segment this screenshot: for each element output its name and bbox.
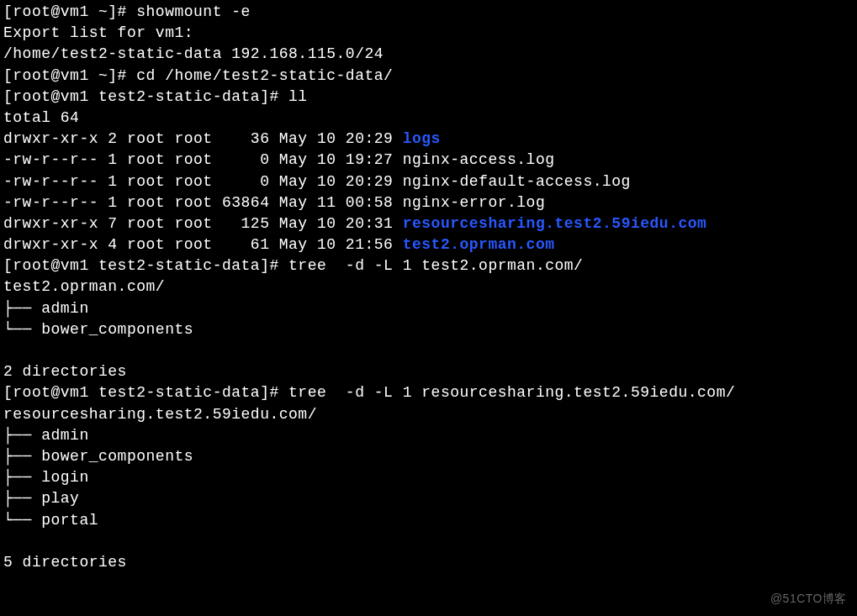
tree-branch: └── portal <box>3 510 854 531</box>
dir-name-resourcesharing: resourcesharing.test2.59iedu.com <box>403 215 707 232</box>
tree-branch: ├── login <box>3 467 854 488</box>
prompt: [root@vm1 ~]# <box>3 3 136 20</box>
cmd: cd /home/test2-static-data/ <box>136 67 393 84</box>
prompt: [root@vm1 ~]# <box>3 67 136 84</box>
dir-name-test2-oprman: test2.oprman.com <box>403 236 555 253</box>
line-ll: [root@vm1 test2-static-data]# ll <box>3 87 854 108</box>
cmd: ll <box>288 88 308 105</box>
cmd: showmount -e <box>136 3 251 20</box>
ls-meta: drwxr-xr-x 2 root root 36 May 10 20:29 <box>3 130 403 147</box>
tree-branch: ├── play <box>3 488 854 509</box>
ls-row: -rw-r--r-- 1 root root 63864 May 11 00:5… <box>3 192 854 213</box>
tree-branch: ├── admin <box>3 425 854 446</box>
line-export-header: Export list for vm1: <box>3 23 854 44</box>
line-export-entry: /home/test2-static-data 192.168.115.0/24 <box>3 44 854 65</box>
prompt: [root@vm1 test2-static-data]# <box>3 88 288 105</box>
ls-row: -rw-r--r-- 1 root root 0 May 10 20:29 ng… <box>3 171 854 192</box>
watermark: @51CTO博客 <box>770 591 847 608</box>
tree-summary: 2 directories <box>3 361 854 382</box>
line-tree-1: [root@vm1 test2-static-data]# tree -d -L… <box>3 255 854 276</box>
tree-root: test2.oprman.com/ <box>3 276 854 297</box>
dir-name-logs: logs <box>403 130 441 147</box>
ls-meta: drwxr-xr-x 7 root root 125 May 10 20:31 <box>3 215 403 232</box>
blank <box>3 531 854 552</box>
line-cd: [root@vm1 ~]# cd /home/test2-static-data… <box>3 66 854 87</box>
line-tree-2: [root@vm1 test2-static-data]# tree -d -L… <box>3 382 854 403</box>
cmd: tree -d -L 1 test2.oprman.com/ <box>288 257 583 274</box>
tree-branch: └── bower_components <box>3 319 854 340</box>
tree-branch: ├── bower_components <box>3 446 854 467</box>
ls-meta: drwxr-xr-x 4 root root 61 May 10 21:56 <box>3 236 403 253</box>
ls-row: drwxr-xr-x 4 root root 61 May 10 21:56 t… <box>3 234 854 255</box>
tree-root: resourcesharing.test2.59iedu.com/ <box>3 404 854 425</box>
line-total: total 64 <box>3 108 854 129</box>
tree-summary: 5 directories <box>3 552 854 573</box>
prompt: [root@vm1 test2-static-data]# <box>3 384 288 401</box>
prompt: [root@vm1 test2-static-data]# <box>3 257 288 274</box>
ls-row: -rw-r--r-- 1 root root 0 May 10 19:27 ng… <box>3 150 854 171</box>
ls-row: drwxr-xr-x 7 root root 125 May 10 20:31 … <box>3 213 854 234</box>
tree-branch: ├── admin <box>3 298 854 319</box>
ls-row: drwxr-xr-x 2 root root 36 May 10 20:29 l… <box>3 129 854 150</box>
line-showmount: [root@vm1 ~]# showmount -e <box>3 2 854 23</box>
cmd: tree -d -L 1 resourcesharing.test2.59ied… <box>288 384 735 401</box>
blank <box>3 340 854 361</box>
